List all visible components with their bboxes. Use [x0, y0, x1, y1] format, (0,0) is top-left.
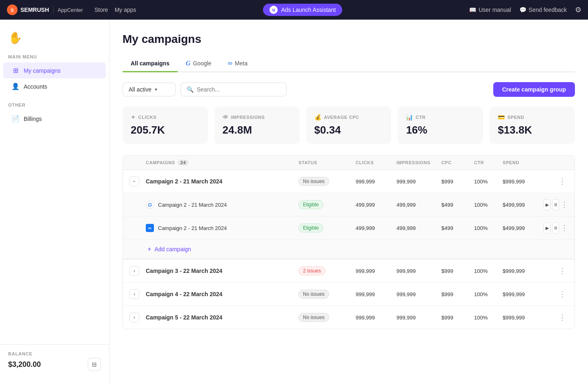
th-spend: SPEND	[503, 160, 543, 165]
pause-button[interactable]: ⏸	[552, 199, 559, 210]
app-pill[interactable]: u Ads Launch Assistant	[263, 4, 342, 16]
user-manual-link[interactable]: 📖 User manual	[469, 7, 511, 13]
row-impressions: 999,999	[396, 179, 441, 185]
row-expand-btn[interactable]: ›	[129, 289, 146, 299]
app-name: Ads Launch Assistant	[281, 7, 336, 13]
row-spend: $999,999	[503, 268, 543, 274]
row-expand-btn[interactable]: ›	[129, 266, 146, 276]
row-expand-btn[interactable]: ›	[129, 176, 146, 186]
row-cpc: $999	[441, 268, 474, 274]
sub-row-clicks: 499,999	[356, 202, 396, 208]
clicks-stat-icon: ✦	[131, 114, 136, 121]
row-actions: ⋮	[543, 176, 568, 187]
settings-icon[interactable]: ⚙	[575, 5, 581, 14]
row-impressions: 999,999	[396, 268, 441, 274]
th-cpc: CPC	[441, 160, 474, 165]
store-link[interactable]: Store	[94, 7, 108, 13]
row-ctr: 100%	[474, 179, 503, 185]
nav-links: Store My apps	[94, 7, 136, 13]
clicks-stat-label: CLICKS	[138, 115, 157, 120]
row-spend: $999,999	[503, 315, 543, 321]
ctr-stat-value: 16%	[406, 124, 475, 136]
balance-icon-btn[interactable]: ⊟	[88, 358, 101, 371]
table-row: › Campaign 4 - 22 March 2024 No issues 9…	[123, 283, 575, 306]
ctr-stat-label: CTR	[416, 115, 425, 120]
more-options-button[interactable]: ⋮	[561, 199, 568, 210]
th-ctr: CTR	[474, 160, 503, 165]
more-options-button[interactable]: ⋮	[557, 176, 568, 187]
google-tab-icon: G	[186, 60, 191, 67]
filter-dropdown[interactable]: All active ▾	[122, 83, 176, 96]
sub-row-actions: ▶ ⏸ ⋮	[543, 199, 568, 210]
tab-all-label: All campaigns	[131, 60, 169, 67]
top-navigation: S SEMRUSH AppCenter Store My apps u Ads …	[0, 0, 588, 20]
row-cpc: $999	[441, 315, 474, 321]
row-ctr: 100%	[474, 291, 503, 297]
row-actions: ⋮	[543, 265, 568, 277]
accounts-icon: 👤	[11, 83, 20, 90]
row-expand-btn[interactable]: ›	[129, 313, 146, 322]
row-campaign-name: Campaign 3 - 22 March 2024	[146, 268, 298, 274]
search-input[interactable]	[197, 86, 281, 93]
google-platform-icon: G	[146, 201, 154, 209]
play-button[interactable]: ▶	[543, 222, 550, 234]
impressions-stat-label: IMPRESSIONS	[231, 115, 265, 120]
avg-cpc-stat-icon: 💰	[314, 114, 322, 121]
sub-row-impressions: 499,999	[396, 202, 441, 208]
row-impressions: 999,999	[396, 315, 441, 321]
campaigns-count-badge: 24	[178, 160, 189, 165]
row-clicks: 999,999	[356, 268, 396, 274]
appcenter-label: AppCenter	[58, 7, 83, 13]
sub-row-status: Eligible	[298, 223, 356, 232]
spend-stat-label: SPEND	[508, 115, 524, 120]
impressions-stat-icon: 👁	[223, 114, 229, 121]
other-section: OTHER 📄 Billings	[0, 103, 109, 127]
meta-platform-icon: ∞	[146, 224, 154, 232]
spend-stat-icon: 💳	[498, 114, 505, 121]
app-layout: ✋ MAIN MENU ⊞ My campaigns 👤 Accounts OT…	[0, 20, 588, 384]
spend-stat-value: $13.8K	[498, 124, 567, 136]
stat-avg-cpc: 💰 AVERAGE CPC $0.34	[306, 107, 392, 144]
table-header: CAMPAIGNS 24 STATUS CLICKS IMPRESSIONS C…	[123, 156, 575, 170]
billings-icon: 📄	[11, 115, 20, 123]
semrush-logo-icon: S	[7, 4, 18, 16]
tab-meta[interactable]: ∞ Meta	[220, 56, 256, 72]
sub-row-impressions: 499,999	[396, 225, 441, 231]
sub-row-spend: $499,999	[503, 202, 543, 208]
balance-section: BALANCE $3,200.00 ⊟	[0, 344, 109, 377]
search-box[interactable]: 🔍	[180, 83, 287, 96]
stats-row: ✦ CLICKS 205.7K 👁 IMPRESSIONS 24.8M 💰 AV…	[122, 107, 575, 144]
row-spend: $999,999	[503, 179, 543, 185]
send-feedback-link[interactable]: 💬 Send feedback	[519, 7, 567, 13]
row-campaign-name: Campaign 4 - 22 March 2024	[146, 291, 298, 297]
sidebar-item-accounts[interactable]: 👤 Accounts	[3, 78, 106, 94]
add-campaign-label: Add campaign	[154, 246, 191, 252]
add-campaign-row[interactable]: + Add campaign	[123, 240, 575, 259]
more-options-button[interactable]: ⋮	[561, 222, 568, 234]
balance-value: $3,200.00	[8, 360, 41, 369]
create-campaign-group-button[interactable]: Create campaign group	[493, 82, 575, 97]
row-status: No issues	[298, 177, 356, 186]
sub-row-status: Eligible	[298, 200, 356, 209]
play-button[interactable]: ▶	[543, 199, 550, 210]
tab-all-campaigns[interactable]: All campaigns	[122, 56, 178, 72]
campaigns-table: CAMPAIGNS 24 STATUS CLICKS IMPRESSIONS C…	[122, 155, 575, 329]
tab-google[interactable]: G Google	[178, 56, 220, 72]
sidebar-item-my-campaigns[interactable]: ⊞ My campaigns	[3, 63, 106, 78]
pause-button[interactable]: ⏸	[552, 222, 559, 234]
sidebar-item-billings[interactable]: 📄 Billings	[3, 111, 106, 127]
row-ctr: 100%	[474, 268, 503, 274]
semrush-brand[interactable]: S SEMRUSH AppCenter	[7, 4, 83, 16]
impressions-stat-value: 24.8M	[223, 124, 292, 136]
hand-logo-icon: ✋	[8, 31, 101, 45]
campaign-tabs: All campaigns G Google ∞ Meta	[122, 56, 575, 72]
my-apps-link[interactable]: My apps	[115, 7, 136, 13]
balance-row: $3,200.00 ⊟	[8, 358, 101, 371]
more-options-button[interactable]: ⋮	[557, 288, 568, 300]
toolbar: All active ▾ 🔍 Create campaign group	[122, 82, 575, 97]
row-status: No issues	[298, 313, 356, 322]
avg-cpc-stat-value: $0.34	[314, 124, 383, 136]
more-options-button[interactable]: ⋮	[557, 312, 568, 323]
sub-row-ctr: 100%	[474, 202, 503, 208]
more-options-button[interactable]: ⋮	[557, 265, 568, 277]
